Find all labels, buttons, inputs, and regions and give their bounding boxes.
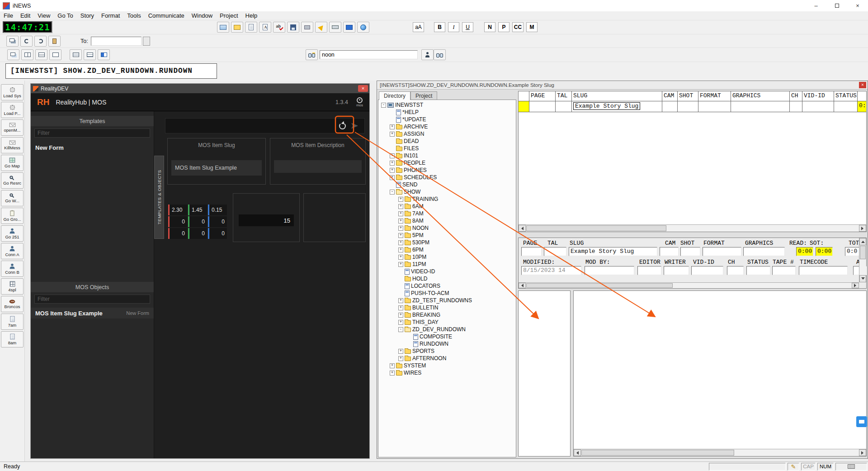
sidebar-button[interactable]: Go W... — [1, 190, 24, 206]
rundown-column-header[interactable]: TAL — [556, 91, 572, 101]
find-story-button[interactable] — [306, 49, 318, 60]
menu-item[interactable]: Format — [98, 12, 123, 19]
tile-h-button[interactable] — [35, 49, 47, 60]
form-field-slug[interactable]: Example Story Slug — [569, 247, 657, 256]
menu-item[interactable]: Story — [77, 12, 98, 19]
tree-item-schedules[interactable]: +SCHEDULES — [378, 174, 516, 181]
tree-item--update[interactable]: *UPDATE — [378, 116, 516, 123]
tree-item--help[interactable]: *HELP — [378, 109, 516, 116]
rows2-button[interactable] — [84, 49, 96, 60]
folder-window-button[interactable] — [231, 22, 243, 33]
stamp-button[interactable] — [301, 22, 313, 33]
form-field-editor[interactable] — [637, 266, 661, 275]
scroll-left-icon[interactable] — [574, 449, 581, 456]
expand-icon[interactable]: + — [398, 219, 403, 224]
form-field-page[interactable] — [521, 247, 542, 256]
panel-button[interactable] — [343, 22, 355, 33]
expand-icon[interactable]: + — [398, 240, 403, 245]
italic-button[interactable]: I — [448, 22, 459, 32]
project-tab[interactable]: Project — [410, 91, 437, 100]
rundown-row[interactable]: Example Story Slug 0:0 — [519, 101, 866, 112]
row-selector-cell[interactable] — [519, 101, 529, 112]
form-field-status[interactable] — [746, 266, 770, 275]
scroll-thumb[interactable] — [526, 225, 666, 231]
menu-item[interactable]: Window — [188, 12, 216, 19]
rundown-hscrollbar[interactable] — [519, 224, 866, 232]
format-cell[interactable] — [698, 101, 731, 112]
spell-button[interactable] — [273, 22, 285, 33]
templates-objects-tab[interactable]: TEMPLATES & OBJECTS — [154, 156, 164, 239]
total-cell[interactable]: 0:0 — [858, 101, 866, 112]
tree-item-zd-test-rundowns[interactable]: +ZD_TEST_RUNDOWNS — [378, 297, 516, 304]
underline-button[interactable]: U — [462, 22, 473, 32]
menu-item[interactable]: Project — [216, 12, 241, 19]
rundown-column-header[interactable] — [519, 91, 529, 101]
rundown-column-header[interactable]: STATUS — [834, 91, 858, 101]
expand-icon[interactable]: + — [398, 211, 403, 216]
expand-icon[interactable]: + — [398, 298, 403, 303]
transform-cell[interactable]: 0 — [188, 228, 207, 239]
minimize-button[interactable]: – — [806, 0, 826, 11]
machine-control-button[interactable]: M — [526, 22, 538, 32]
form-side-panel[interactable] — [518, 290, 571, 457]
tree-item-afternoon[interactable]: +AFTERNOON — [378, 355, 516, 362]
menu-item[interactable]: Tools — [123, 12, 144, 19]
form-field-shot[interactable] — [680, 247, 700, 256]
collapse-icon[interactable]: - — [398, 327, 403, 332]
scroll-thumb[interactable] — [581, 450, 734, 456]
close-button[interactable]: × — [847, 0, 868, 11]
tal-cell[interactable] — [556, 101, 572, 112]
mos-object-item[interactable]: MOS Item Slug Example New Form — [31, 308, 154, 319]
sidebar-button[interactable]: Load P... — [1, 102, 24, 118]
ch-cell[interactable] — [790, 101, 802, 112]
form-field-mod-by[interactable] — [585, 266, 634, 275]
undo-button[interactable] — [20, 36, 33, 47]
tree-item-send[interactable]: SEND — [378, 181, 516, 188]
menu-item[interactable]: Communicate — [145, 12, 188, 19]
case-button[interactable]: aA — [413, 22, 424, 32]
transform-cell[interactable]: 0.15 — [208, 205, 227, 215]
maximize-button[interactable] — [826, 0, 847, 11]
rundown-column-header[interactable]: CAM — [662, 91, 678, 101]
transform-cell[interactable]: 2.30 — [168, 205, 187, 215]
find-user-button[interactable] — [421, 49, 434, 60]
tree-item-system[interactable]: +SYSTEM — [378, 362, 516, 369]
exit-button[interactable] — [48, 36, 61, 47]
rundown-column-header[interactable]: VID-ID — [802, 91, 834, 101]
tree-item-bulletin[interactable]: +BULLETIN — [378, 304, 516, 311]
expand-icon[interactable]: + — [390, 153, 395, 158]
refresh-icon[interactable] — [339, 123, 346, 129]
scroll-left-icon[interactable] — [519, 283, 526, 288]
vid-id-cell[interactable] — [802, 101, 834, 112]
form-field-tape[interactable] — [772, 266, 796, 275]
directory-tree[interactable]: -INEWSTST*HELP*UPDATE+ARCHIVE+ASSIGNDEAD… — [378, 100, 516, 457]
tree-item-this-day[interactable]: +THIS_DAY — [378, 319, 516, 326]
expand-icon[interactable]: + — [398, 305, 403, 310]
scroll-thumb[interactable] — [526, 283, 673, 288]
tree-item-5pm[interactable]: +5PM — [378, 232, 516, 239]
tree-item-composite[interactable]: COMPOSITE — [378, 333, 516, 340]
status-cell[interactable] — [834, 101, 858, 112]
tree-item-phones[interactable]: +PHONES — [378, 167, 516, 174]
sidebar-button[interactable]: 7am — [1, 314, 24, 330]
tree-item-training[interactable]: +TRAINING — [378, 195, 516, 203]
split-button[interactable] — [98, 49, 110, 60]
tree-item-archive[interactable]: +ARCHIVE — [378, 123, 516, 130]
sidebar-button[interactable]: Load Sys — [1, 84, 24, 100]
story-body-panel[interactable] — [573, 290, 867, 457]
transform-cell[interactable]: 0 — [188, 216, 207, 227]
expand-icon[interactable]: + — [398, 197, 403, 202]
cascade-button[interactable] — [7, 49, 19, 60]
transform-cell[interactable]: 0 — [168, 216, 187, 227]
menu-item[interactable]: File — [0, 12, 17, 19]
address-split-button[interactable] — [143, 37, 150, 46]
redo-button[interactable] — [34, 36, 47, 47]
expand-icon[interactable]: + — [390, 168, 395, 173]
objects-filter-input[interactable] — [34, 295, 150, 304]
expand-icon[interactable]: + — [398, 320, 403, 325]
tree-item-breaking[interactable]: +BREAKING — [378, 311, 516, 319]
sidebar-button[interactable]: Go 251 — [1, 225, 24, 242]
tree-item-files[interactable]: FILES — [378, 145, 516, 152]
tree-item-8am[interactable]: +8AM — [378, 217, 516, 224]
sidebar-button[interactable]: KillMess — [1, 137, 24, 153]
